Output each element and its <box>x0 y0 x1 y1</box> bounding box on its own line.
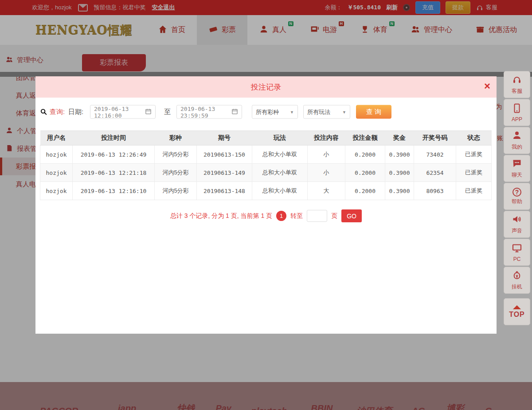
date-range-separator: 至 <box>164 108 171 116</box>
pagination: 总计 3 个记录, 分为 1 页, 当前第 1 页 1 转至 页 GO <box>35 209 497 222</box>
toolbar-moneybag-button[interactable]: 挂机 <box>504 267 530 294</box>
query-bar: 查询: 日期: 2019-06-13 12:16:00 至 2019-06-13… <box>35 102 497 122</box>
table-row: hozjok2019-06-13 12:26:49河内5分彩20190613-1… <box>40 146 492 164</box>
table-cell: 河内5分彩 <box>155 164 197 182</box>
headset-icon <box>512 74 522 86</box>
table-cell: 2019-06-13 12:26:49 <box>73 146 155 164</box>
table-cell: 0.2000 <box>345 146 385 164</box>
table-cell: 河内5分彩 <box>155 182 197 200</box>
date-label: 日期: <box>68 108 83 116</box>
toolbar-speaker-button[interactable]: 声音 <box>504 211 530 238</box>
toolbar-item-label: 客服 <box>512 87 522 95</box>
page-unit-label: 页 <box>331 212 337 220</box>
toolbar-monitor-button[interactable]: PC <box>504 239 530 266</box>
toolbar-user-button[interactable]: 我的 <box>504 127 530 154</box>
toolbar-item-label: 聊天 <box>512 171 522 179</box>
speaker-icon <box>512 214 522 226</box>
table-cell: 已派奖 <box>456 164 492 182</box>
toolbar-phone-button[interactable]: APP <box>504 99 530 126</box>
goto-page-input[interactable] <box>307 210 327 222</box>
play-type-select[interactable]: 所有玩法 ▼ <box>303 105 350 119</box>
toolbar-item-label: TOP <box>509 311 525 319</box>
toolbar-item-label: APP <box>512 116 522 122</box>
table-cell: 73402 <box>414 146 456 164</box>
chat-icon <box>512 158 522 170</box>
column-header: 奖金 <box>385 131 414 146</box>
calendar-icon[interactable] <box>145 108 152 116</box>
toolbar-top-button[interactable]: TOP <box>504 298 530 325</box>
search-icon <box>40 108 47 116</box>
go-button[interactable]: GO <box>341 209 362 222</box>
table-cell: 20190613-150 <box>197 146 252 164</box>
table-cell: 0.2000 <box>345 182 385 200</box>
column-header: 状态 <box>456 131 492 146</box>
table-cell: 2019-06-13 12:16:10 <box>73 182 155 200</box>
toolbar-chat-button[interactable]: 聊天 <box>504 155 530 182</box>
column-header: 投注金额 <box>345 131 385 146</box>
table-cell: 20190613-148 <box>197 182 252 200</box>
phone-icon <box>512 103 522 115</box>
query-submit-button[interactable]: 查 询 <box>356 105 391 119</box>
lottery-type-select[interactable]: 所有彩种 ▼ <box>252 105 298 119</box>
table-cell: 总和大小单双 <box>252 164 308 182</box>
column-header: 投注时间 <box>73 131 155 146</box>
table-cell: 总和大小单双 <box>252 146 308 164</box>
query-label: 查询: <box>50 108 65 116</box>
page-number-button[interactable]: 1 <box>276 211 286 221</box>
bet-records-table: 用户名投注时间彩种期号玩法投注内容投注金额奖金开奖号码状态 hozjok2019… <box>40 130 492 200</box>
user-icon <box>512 130 522 142</box>
floating-toolbar: 客服APP我的聊天?帮助声音PC挂机TOP <box>504 71 530 325</box>
table-cell: 小 <box>308 164 345 182</box>
goto-label: 转至 <box>290 212 303 220</box>
column-header: 期号 <box>197 131 252 146</box>
chevron-down-icon: ▼ <box>342 110 346 114</box>
table-cell: 小 <box>308 146 345 164</box>
table-cell: 62354 <box>414 164 456 182</box>
table-row: hozjok2019-06-13 12:16:10河内5分彩20190613-1… <box>40 182 492 200</box>
bet-records-modal: 投注记录 × 查询: 日期: 2019-06-13 12:16:00 至 201… <box>35 76 497 334</box>
calendar-icon[interactable] <box>231 108 238 116</box>
modal-header: 投注记录 × <box>35 76 497 98</box>
table-cell: 20190613-149 <box>197 164 252 182</box>
table-cell: 0.2000 <box>345 164 385 182</box>
moneybag-icon <box>512 270 522 282</box>
toolbar-item-label: 声音 <box>512 227 522 235</box>
toolbar-item-label: 我的 <box>512 143 522 151</box>
table-body: hozjok2019-06-13 12:26:49河内5分彩20190613-1… <box>40 146 492 200</box>
column-header: 开奖号码 <box>414 131 456 146</box>
pagination-summary: 总计 3 个记录, 分为 1 页, 当前第 1 页 <box>170 212 272 220</box>
column-header: 投注内容 <box>308 131 345 146</box>
toolbar-item-label: PC <box>513 256 521 262</box>
date-to-input[interactable]: 2019-06-13 23:59:59 <box>176 105 242 119</box>
table-row: hozjok2019-06-13 12:21:18河内5分彩20190613-1… <box>40 164 492 182</box>
monitor-icon <box>512 243 522 255</box>
table-header-row: 用户名投注时间彩种期号玩法投注内容投注金额奖金开奖号码状态 <box>40 131 492 146</box>
date-from-value: 2019-06-13 12:16:00 <box>94 105 142 118</box>
table-cell: 0.3900 <box>385 146 414 164</box>
lottery-type-value: 所有彩种 <box>256 108 279 116</box>
column-header: 彩种 <box>155 131 197 146</box>
toolbar-item-label: 挂机 <box>512 283 522 291</box>
table-cell: 0.3900 <box>385 164 414 182</box>
table-cell: 河内5分彩 <box>155 146 197 164</box>
table-cell: hozjok <box>40 182 73 200</box>
toolbar-question-button[interactable]: ?帮助 <box>504 183 530 210</box>
table-cell: 0.3900 <box>385 182 414 200</box>
toolbar-headset-button[interactable]: 客服 <box>504 71 530 98</box>
table-cell: hozjok <box>40 146 73 164</box>
chevron-down-icon: ▼ <box>290 110 294 114</box>
table-cell: 80963 <box>414 182 456 200</box>
table-cell: 2019-06-13 12:21:18 <box>73 164 155 182</box>
arrow-up-icon <box>513 305 521 309</box>
table-cell: 总和大小单双 <box>252 182 308 200</box>
table-cell: hozjok <box>40 164 73 182</box>
table-cell: 已派奖 <box>456 146 492 164</box>
toolbar-item-label: 帮助 <box>512 198 522 205</box>
close-icon[interactable]: × <box>484 81 490 91</box>
question-icon: ? <box>512 188 521 197</box>
table-cell: 已派奖 <box>456 182 492 200</box>
modal-title: 投注记录 <box>251 82 281 92</box>
play-type-value: 所有玩法 <box>307 108 330 116</box>
date-from-input[interactable]: 2019-06-13 12:16:00 <box>90 105 156 119</box>
date-to-value: 2019-06-13 23:59:59 <box>180 105 229 118</box>
